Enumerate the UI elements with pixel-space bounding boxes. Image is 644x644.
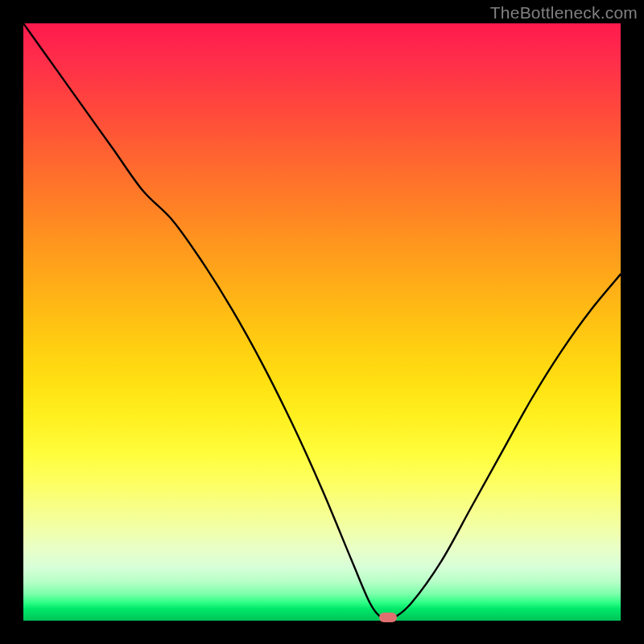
watermark-text: TheBottleneck.com xyxy=(490,3,638,23)
chart-frame: TheBottleneck.com xyxy=(0,0,644,644)
bottleneck-curve xyxy=(23,23,621,621)
plot-area xyxy=(23,23,621,621)
optimal-marker xyxy=(379,613,397,622)
